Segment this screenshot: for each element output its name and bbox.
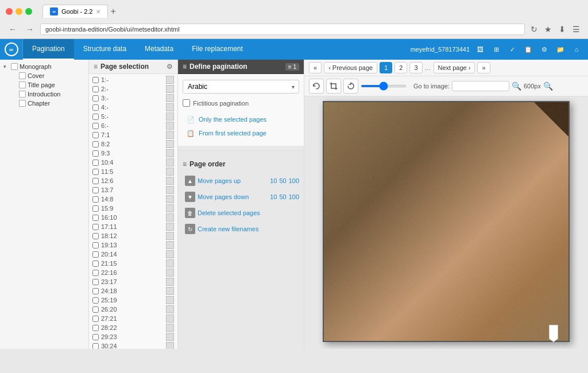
page-2-button[interactable]: 2 [394, 62, 407, 73]
tab-metadata[interactable]: Metadata [136, 39, 183, 60]
move-down-50[interactable]: 50 [279, 193, 286, 200]
last-page-button[interactable]: » [477, 62, 490, 73]
page-checkbox-18[interactable] [92, 233, 99, 239]
gear-icon[interactable]: ⚙ [539, 44, 550, 55]
page-checkbox-12[interactable] [92, 178, 99, 184]
clipboard-icon[interactable]: 📋 [523, 44, 534, 55]
rotate-left-button[interactable] [309, 79, 324, 94]
page-checkbox-8[interactable] [92, 141, 99, 147]
delete-selected-button[interactable]: 🗑 Delete selected pages [183, 207, 299, 219]
page-checkbox-29[interactable] [92, 334, 99, 340]
page-thumbnail[interactable] [166, 195, 174, 203]
crop-button[interactable] [326, 79, 341, 94]
page-checkbox-30[interactable] [92, 343, 99, 349]
page-checkbox-10[interactable] [92, 160, 99, 166]
fictitious-checkbox[interactable] [183, 99, 190, 107]
page-thumbnail[interactable] [166, 94, 174, 102]
forward-button[interactable]: → [23, 24, 37, 35]
page-checkbox-5[interactable] [92, 114, 99, 120]
maximize-button[interactable] [25, 8, 32, 15]
page-checkbox-14[interactable] [92, 196, 99, 203]
page-checkbox-6[interactable] [92, 123, 99, 129]
tab-pagination[interactable]: Pagination [23, 39, 74, 60]
menu-button[interactable]: ☰ [570, 24, 582, 35]
zoom-in-icon[interactable]: 🔍 [543, 81, 553, 91]
go-to-image-input[interactable] [452, 81, 509, 91]
zoom-out-icon[interactable]: 🔍 [512, 81, 521, 91]
page-thumbnail[interactable] [166, 168, 174, 176]
move-up-100[interactable]: 100 [289, 177, 299, 184]
page-checkbox-23[interactable] [92, 279, 99, 285]
page-checkbox-28[interactable] [92, 325, 99, 331]
move-pages-up-button[interactable]: ▲ Move pages up [183, 174, 266, 187]
prev-page-button[interactable]: ‹ Previous page [324, 62, 377, 73]
grid-icon[interactable]: ⊞ [490, 44, 502, 55]
page-thumbnail[interactable] [166, 232, 174, 240]
reset-button[interactable] [343, 79, 358, 94]
page-checkbox-13[interactable] [92, 187, 99, 193]
page-thumbnail[interactable] [166, 76, 174, 84]
page-checkbox-19[interactable] [92, 242, 99, 248]
page-checkbox-16[interactable] [92, 215, 99, 221]
first-page-button[interactable]: « [309, 62, 322, 73]
next-page-button[interactable]: Next page › [434, 62, 475, 73]
page-thumbnail[interactable] [166, 213, 174, 222]
from-first-selected-button[interactable]: 📋 From first selected page [183, 126, 299, 140]
home-icon[interactable]: ⌂ [571, 44, 582, 55]
page-checkbox-1[interactable] [92, 77, 99, 83]
page-checkbox-21[interactable] [92, 261, 99, 267]
tree-item-chapter[interactable]: Chapter [8, 99, 88, 108]
page-thumbnail[interactable] [166, 204, 174, 212]
new-tab-button[interactable]: + [110, 6, 115, 17]
address-input[interactable] [40, 24, 525, 35]
tree-item-monograph[interactable]: ▾ Monograph [0, 62, 88, 71]
page-thumbnail[interactable] [166, 140, 174, 148]
download-button[interactable]: ⬇ [556, 24, 568, 35]
tab-file-replacement[interactable]: File replacement [183, 39, 252, 60]
tree-item-introduction[interactable]: Introduction [8, 90, 88, 99]
page-checkbox-4[interactable] [92, 104, 99, 111]
page-thumbnail[interactable] [166, 186, 174, 194]
app-logo[interactable]: ∞ [0, 39, 23, 60]
page-thumbnail[interactable] [166, 112, 174, 121]
close-button[interactable] [6, 8, 13, 15]
page-thumbnail[interactable] [166, 314, 174, 323]
page-thumbnail[interactable] [166, 342, 174, 349]
page-thumbnail[interactable] [166, 149, 174, 157]
page-thumbnail[interactable] [166, 250, 174, 258]
page-thumbnail[interactable] [166, 158, 174, 166]
move-down-100[interactable]: 100 [289, 193, 299, 200]
page-checkbox-15[interactable] [92, 205, 99, 212]
bookmark-button[interactable]: ★ [542, 24, 554, 35]
move-up-10[interactable]: 10 [270, 177, 277, 184]
page-checkbox-22[interactable] [92, 270, 99, 276]
page-thumbnail[interactable] [166, 333, 174, 341]
page-thumbnail[interactable] [166, 278, 174, 286]
page-thumbnail[interactable] [166, 122, 174, 130]
page-thumbnail[interactable] [166, 131, 174, 139]
page-thumbnail[interactable] [166, 85, 174, 93]
page-checkbox-25[interactable] [92, 297, 99, 304]
page-thumbnail[interactable] [166, 259, 174, 267]
page-checkbox-7[interactable] [92, 132, 99, 138]
zoom-slider[interactable] [361, 85, 407, 87]
page-thumbnail[interactable] [166, 324, 174, 332]
page-thumbnail[interactable] [166, 177, 174, 185]
page-thumbnail[interactable] [166, 223, 174, 231]
page-checkbox-27[interactable] [92, 316, 99, 322]
page-thumbnail[interactable] [166, 305, 174, 313]
page-checkbox-17[interactable] [92, 224, 99, 230]
tab-close-button[interactable]: ✕ [96, 9, 100, 15]
create-filenames-button[interactable]: ↻ Create new filenames [183, 223, 299, 235]
page-thumbnail[interactable] [166, 269, 174, 277]
image-area[interactable] [304, 96, 588, 349]
page-checkbox-2[interactable] [92, 86, 99, 92]
browser-tab[interactable]: ∞ Goobi - 2.2 ✕ [42, 5, 108, 18]
page-checkbox-26[interactable] [92, 306, 99, 313]
tree-item-titlepage[interactable]: Title page [8, 80, 88, 90]
page-checkbox-3[interactable] [92, 95, 99, 102]
refresh-button[interactable]: ↻ [528, 24, 540, 35]
back-button[interactable]: ← [6, 24, 20, 35]
page-thumbnail[interactable] [166, 287, 174, 295]
page-3-button[interactable]: 3 [409, 62, 422, 73]
